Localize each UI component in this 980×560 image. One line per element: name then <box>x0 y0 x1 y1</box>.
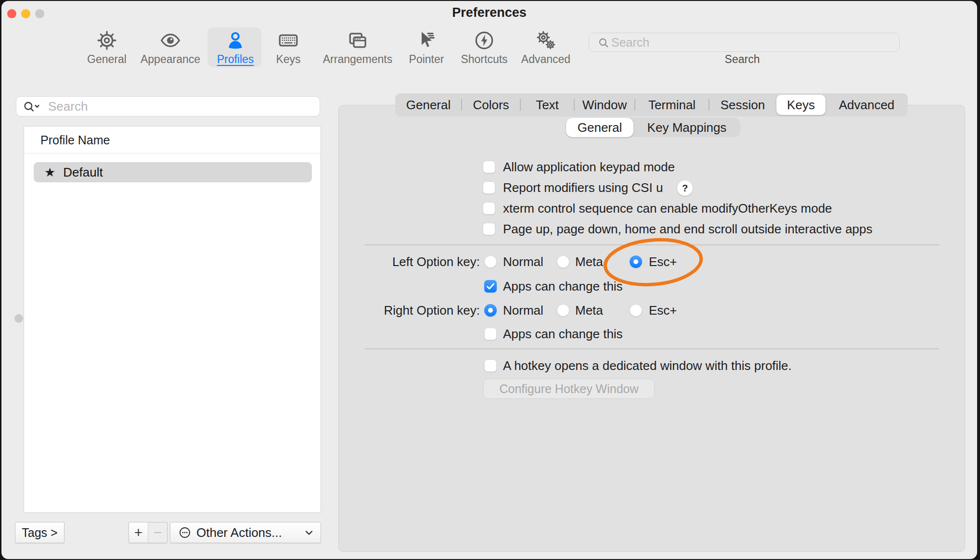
radio-label: Esc+ <box>649 304 677 317</box>
checkbox-label: xterm control sequence can enable modify… <box>503 202 832 215</box>
star-icon: ★ <box>44 165 55 180</box>
person-icon <box>224 29 246 52</box>
divider <box>365 244 939 245</box>
radio-label: Meta <box>575 304 603 317</box>
checkbox-xterm-modifyotherkeys[interactable] <box>483 202 495 215</box>
checkbox-label: Apps can change this <box>503 327 623 341</box>
search-icon <box>597 37 610 49</box>
ellipsis-circle-icon <box>178 526 192 539</box>
tab-text[interactable]: Text <box>520 93 574 116</box>
windows-stack-icon <box>347 29 369 52</box>
tab-session[interactable]: Session <box>709 93 776 116</box>
remove-profile-button[interactable]: − <box>148 522 167 543</box>
radio-label: Meta <box>575 255 603 268</box>
left-option-key-label: Left Option key: <box>338 255 480 268</box>
toolbar-label: Pointer <box>409 53 444 66</box>
checkbox-allow-keypad-mode[interactable] <box>483 161 495 173</box>
radio-right-option-meta[interactable] <box>557 304 569 317</box>
tab-keys[interactable]: Keys <box>776 95 825 115</box>
tags-button[interactable]: Tags > <box>15 522 64 543</box>
profile-tab-bar: General Colors Text Window Terminal Sess… <box>395 93 908 116</box>
chevron-down-icon <box>304 530 314 536</box>
preferences-window: Preferences General Appearance Profil <box>1 1 977 559</box>
radio-left-option-normal[interactable] <box>484 255 497 268</box>
divider <box>24 153 321 153</box>
tab-general[interactable]: General <box>395 93 462 116</box>
checkbox-label: Report modifiers using CSI u <box>503 181 663 194</box>
radio-label: Normal <box>503 255 543 268</box>
toolbar-search-input[interactable] <box>589 33 900 52</box>
checkbox-hotkey-window[interactable] <box>484 359 497 372</box>
tab-colors[interactable]: Colors <box>462 93 520 116</box>
tab-advanced[interactable]: Advanced <box>825 93 908 116</box>
radio-left-option-esc[interactable] <box>630 255 642 268</box>
keys-subtab-bar: General Key Mappings <box>566 118 740 137</box>
lightning-circle-icon <box>473 29 495 52</box>
radio-right-option-normal[interactable] <box>484 304 497 317</box>
other-actions-dropdown[interactable]: Other Actions... <box>170 522 321 543</box>
checkbox-label: A hotkey opens a dedicated window with t… <box>503 359 792 372</box>
checkbox-label: Page up, page down, home and end scroll … <box>503 222 873 236</box>
tab-terminal[interactable]: Terminal <box>635 93 709 116</box>
configure-hotkey-window-label: Configure Hotkey Window <box>499 382 638 396</box>
checkbox-page-scroll-outside-apps[interactable] <box>483 223 495 235</box>
right-option-key-label: Right Option key: <box>338 304 480 317</box>
checkbox-label: Apps can change this <box>503 280 623 293</box>
toolbar-item-advanced[interactable]: Advanced <box>503 29 589 66</box>
checkmark-icon <box>484 280 497 293</box>
toolbar-search-caption: Search <box>694 53 790 66</box>
window-title: Preferences <box>1 5 977 20</box>
radio-label: Normal <box>503 304 543 317</box>
profile-search-input[interactable] <box>16 96 320 116</box>
splitter-handle[interactable] <box>14 314 23 323</box>
toolbar-label: Shortcuts <box>461 53 507 66</box>
gear-icon <box>96 29 118 52</box>
profile-list-header: Profile Name <box>40 133 110 147</box>
toolbar-label: General <box>87 53 127 66</box>
other-actions-label: Other Actions... <box>196 525 282 540</box>
screen: Preferences General Appearance Profil <box>0 0 980 560</box>
search-menu-icon[interactable] <box>23 100 42 114</box>
cursor-icon <box>415 29 438 52</box>
radio-label: Esc+ <box>649 255 677 268</box>
checkbox-right-apps-can-change[interactable] <box>484 328 497 340</box>
toolbar-label: Appearance <box>141 53 200 66</box>
checkbox-left-apps-can-change[interactable] <box>484 280 497 293</box>
checkbox-report-csi-u[interactable] <box>483 181 495 194</box>
checkbox-label: Allow application keypad mode <box>503 160 675 174</box>
keyboard-icon <box>276 29 300 52</box>
profile-row-default[interactable]: ★ Default <box>34 162 312 182</box>
profile-list: Profile Name ★ Default <box>24 126 321 513</box>
eye-icon <box>159 29 182 52</box>
add-remove-group: + − <box>129 522 168 543</box>
tags-button-label: Tags > <box>22 526 57 540</box>
subtab-key-mappings[interactable]: Key Mappings <box>633 118 740 137</box>
configure-hotkey-window-button[interactable]: Configure Hotkey Window <box>483 379 655 399</box>
add-profile-button[interactable]: + <box>129 522 148 543</box>
toolbar-label: Keys <box>276 53 300 66</box>
gears-icon <box>535 29 557 52</box>
divider <box>365 348 939 349</box>
help-button[interactable]: ? <box>677 180 693 196</box>
tab-window[interactable]: Window <box>574 93 635 116</box>
radio-right-option-esc[interactable] <box>630 304 642 317</box>
radio-left-option-meta[interactable] <box>557 255 569 268</box>
subtab-general[interactable]: General <box>566 118 633 137</box>
toolbar-label: Advanced <box>521 53 570 66</box>
profile-name: Default <box>63 165 103 180</box>
toolbar-label: Arrangements <box>323 53 392 66</box>
